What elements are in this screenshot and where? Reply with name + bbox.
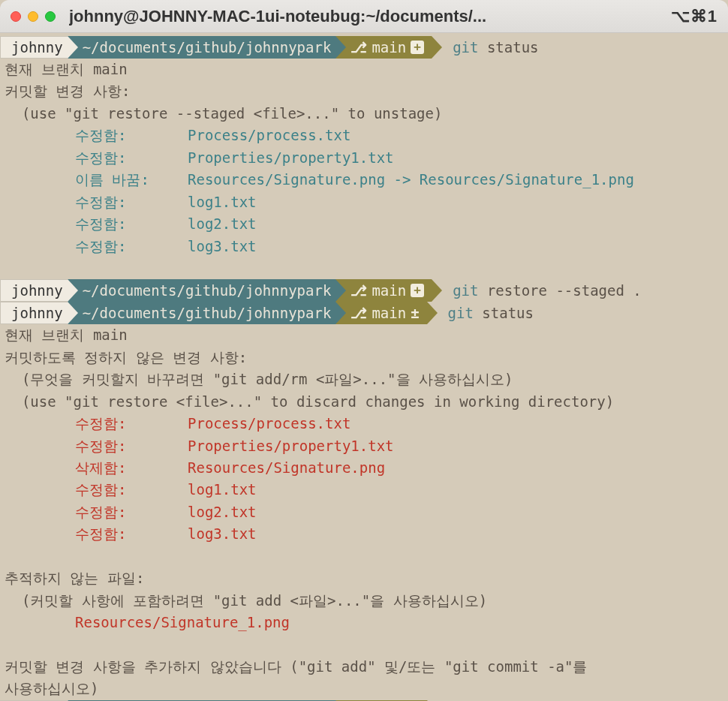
output-line: 커밋하도록 정하지 않은 변경 사항:	[0, 347, 728, 369]
output-line: (무엇을 커밋할지 바꾸려면 "git add/rm <파일>..."을 사용하…	[0, 369, 728, 390]
chevron-right-icon	[68, 302, 78, 324]
git-branch-icon: ⎇	[350, 36, 367, 59]
change-type-label: 수정함:	[75, 125, 188, 146]
change-type-label: 수정함:	[75, 147, 188, 169]
prompt-user: johnny	[11, 302, 63, 324]
output-line: 현재 브랜치 main	[0, 324, 728, 346]
chevron-right-icon	[432, 36, 442, 59]
output-line: 추적하지 않는 파일:	[0, 567, 728, 589]
output-line: 커밋할 변경 사항을 추가하지 않았습니다 ("git add" 및/또는 "g…	[0, 656, 728, 678]
changed-file-path: log2.txt	[188, 215, 257, 232]
output-file-row: 수정함:Process/process.txt	[0, 413, 728, 435]
chevron-right-icon	[335, 279, 346, 302]
plus-icon: +	[411, 284, 424, 297]
changed-file-path: Process/process.txt	[188, 127, 350, 143]
blank-line	[0, 634, 728, 656]
prompt-path: ~/documents/github/johnnypark	[83, 36, 332, 59]
change-type-label: 수정함:	[75, 236, 188, 257]
changed-file-path: log3.txt	[188, 238, 257, 254]
maximize-window-button[interactable]	[45, 11, 56, 22]
blank-line	[0, 546, 728, 567]
git-branch-icon: ⎇	[350, 279, 367, 302]
output-line: (use "git restore <file>..." to discard …	[0, 391, 728, 413]
prompt-branch-segment: ⎇ main +	[335, 279, 432, 302]
changed-file-path: log1.txt	[188, 481, 257, 498]
output-line: 사용하십시오)	[0, 678, 728, 699]
window-title: johnny@JOHNNY-MAC-1ui-noteubug:~/documen…	[69, 7, 671, 26]
changed-file-path: Resources/Signature.png	[188, 459, 385, 476]
command-text: git status	[442, 36, 538, 59]
chevron-right-icon	[427, 302, 438, 324]
output-file-row: 수정함:log2.txt	[0, 501, 728, 523]
prompt-branch: main	[372, 279, 406, 302]
prompt-path-segment: ~/documents/github/johnnypark	[68, 36, 336, 59]
changed-file-path: log3.txt	[188, 525, 257, 542]
output-file-row: 이름 바꿈:Resources/Signature.png -> Resourc…	[0, 169, 728, 191]
output-file-row: 수정함:log3.txt	[0, 236, 728, 257]
command-text: git status	[438, 302, 534, 324]
output-file-row: 수정함:log1.txt	[0, 191, 728, 213]
plus-minus-icon: ±	[411, 302, 419, 324]
prompt-user: johnny	[11, 279, 63, 302]
prompt-line: johnny ~/documents/github/johnnypark ⎇ m…	[0, 36, 728, 59]
chevron-right-icon	[335, 302, 346, 324]
prompt-path: ~/documents/github/johnnypark	[83, 279, 332, 302]
prompt-branch-segment: ⎇ main ±	[335, 302, 426, 324]
prompt-path: ~/documents/github/johnnypark	[83, 302, 332, 324]
prompt-line: johnny ~/documents/github/johnnypark ⎇ m…	[0, 302, 728, 324]
change-type-label: 수정함:	[75, 435, 188, 457]
prompt-path-segment: ~/documents/github/johnnypark	[68, 302, 336, 324]
change-type-label: 수정함:	[75, 501, 188, 523]
change-type-label: 수정함:	[75, 191, 188, 213]
output-file-row: 수정함:log3.txt	[0, 523, 728, 545]
chevron-right-icon	[68, 279, 78, 302]
prompt-user-segment: johnny	[0, 36, 68, 59]
minimize-window-button[interactable]	[28, 11, 38, 22]
output-line: 현재 브랜치 main	[0, 59, 728, 80]
git-branch-icon: ⎇	[350, 302, 367, 324]
output-file-row: 수정함:log2.txt	[0, 213, 728, 235]
traffic-lights	[11, 11, 56, 22]
chevron-right-icon	[432, 279, 442, 302]
change-type-label: 수정함:	[75, 523, 188, 545]
changed-file-path: log1.txt	[188, 194, 257, 210]
terminal-viewport[interactable]: johnny ~/documents/github/johnnypark ⎇ m…	[0, 33, 728, 701]
change-type-label: 삭제함:	[75, 457, 188, 479]
output-file-row: 수정함:Process/process.txt	[0, 125, 728, 146]
plus-icon: +	[411, 41, 424, 54]
changed-file-path: Resources/Signature.png -> Resources/Sig…	[188, 171, 634, 188]
output-file-row: 수정함:Properties/property1.txt	[0, 435, 728, 457]
chevron-right-icon	[335, 36, 346, 59]
prompt-branch: main	[372, 36, 406, 59]
output-file-row: 삭제함:Resources/Signature.png	[0, 457, 728, 479]
output-untracked-file: Resources/Signature_1.png	[0, 612, 728, 633]
window-titlebar: johnny@JOHNNY-MAC-1ui-noteubug:~/documen…	[0, 0, 728, 33]
output-line: (use "git restore --staged <file>..." to…	[0, 103, 728, 125]
prompt-path-segment: ~/documents/github/johnnypark	[68, 279, 336, 302]
prompt-user: johnny	[11, 36, 63, 59]
command-text: git restore --staged .	[442, 279, 642, 302]
output-line: 커밋할 변경 사항:	[0, 80, 728, 102]
output-file-row: 수정함:log1.txt	[0, 479, 728, 501]
change-type-label: 이름 바꿈:	[75, 169, 188, 191]
prompt-user-segment: johnny	[0, 279, 68, 302]
prompt-branch: main	[372, 302, 406, 324]
changed-file-path: log2.txt	[188, 504, 257, 520]
window-shortcut-hint: ⌥⌘1	[671, 7, 717, 26]
changed-file-path: Properties/property1.txt	[188, 149, 394, 166]
change-type-label: 수정함:	[75, 213, 188, 235]
output-file-row: 수정함:Properties/property1.txt	[0, 147, 728, 169]
change-type-label: 수정함:	[75, 479, 188, 501]
output-line: (커밋할 사항에 포함하려면 "git add <파일>..."을 사용하십시오…	[0, 590, 728, 612]
prompt-line: johnny ~/documents/github/johnnypark ⎇ m…	[0, 279, 728, 302]
chevron-right-icon	[68, 36, 78, 59]
changed-file-path: Properties/property1.txt	[188, 438, 394, 454]
prompt-branch-segment: ⎇ main +	[335, 36, 432, 59]
blank-line	[0, 257, 728, 279]
change-type-label: 수정함:	[75, 413, 188, 435]
prompt-user-segment: johnny	[0, 302, 68, 324]
changed-file-path: Process/process.txt	[188, 415, 350, 432]
close-window-button[interactable]	[11, 11, 21, 22]
